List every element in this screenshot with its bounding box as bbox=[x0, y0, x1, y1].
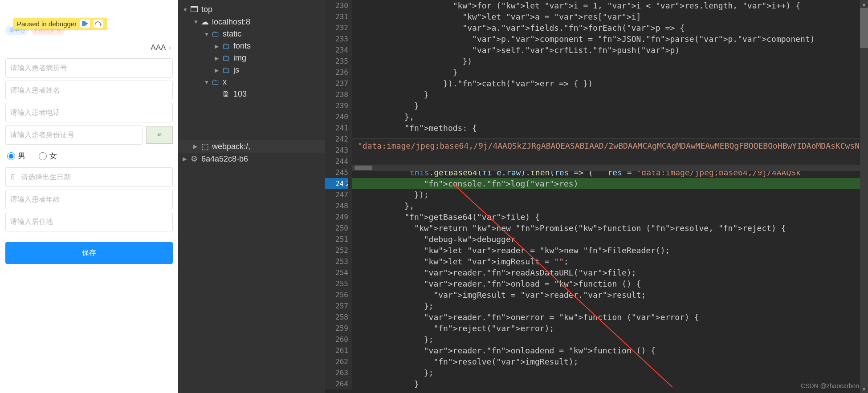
birthdate-input[interactable] bbox=[5, 167, 173, 187]
patient-phone-input[interactable] bbox=[5, 103, 173, 122]
patient-address-input[interactable] bbox=[5, 212, 173, 231]
patient-id-input[interactable] bbox=[5, 125, 143, 145]
tree-x[interactable]: ▼🗀x bbox=[178, 76, 325, 88]
vertical-scrollbar[interactable]: ▲ ▼ bbox=[860, 0, 868, 393]
tooltip-text: "data:image/jpeg;base64,/9j/4AAQSkZJRgAB… bbox=[358, 141, 868, 150]
tree-localhost[interactable]: ▼☁localhost:8 bbox=[178, 16, 325, 28]
calendar-icon: 🗓 bbox=[10, 173, 17, 181]
tree-file-103[interactable]: 🗎103 bbox=[178, 88, 325, 100]
tree-hash[interactable]: ▶⚙6a4a52c8-b6 bbox=[178, 153, 325, 165]
radio-male[interactable]: 男 bbox=[7, 151, 25, 161]
radio-female[interactable]: 女 bbox=[39, 151, 57, 161]
tree-img[interactable]: ▶🗀img bbox=[178, 52, 325, 64]
app-form-panel: 单中心 回顾性研究 AAA › 🪪 男 女 🗓 保存 bbox=[0, 0, 178, 393]
devtools-panel: ▼🗔top ▼☁localhost:8 ▼🗀static ▶🗀fonts ▶🗀i… bbox=[178, 0, 868, 393]
resume-icon[interactable] bbox=[80, 20, 90, 28]
tree-js[interactable]: ▶🗀js bbox=[178, 64, 325, 76]
line-gutter: 2302312322332342352362372382392402412422… bbox=[325, 0, 352, 389]
paused-in-debugger-badge: Paused in debugger bbox=[13, 18, 107, 29]
tree-webpack[interactable]: ▶⬚webpack:/, bbox=[178, 140, 325, 153]
tree-fonts[interactable]: ▶🗀fonts bbox=[178, 40, 325, 52]
tooltip-scroll-thumb[interactable] bbox=[355, 166, 372, 170]
header-title: AAA bbox=[151, 43, 166, 52]
code-editor[interactable]: 2302312322332342352362372382392402412422… bbox=[325, 0, 868, 393]
tree-top[interactable]: ▼🗔top bbox=[178, 4, 325, 16]
scroll-down-icon[interactable]: ▼ bbox=[860, 385, 868, 393]
tree-static[interactable]: ▼🗀static bbox=[178, 28, 325, 40]
debugger-label: Paused in debugger bbox=[17, 20, 77, 28]
step-over-icon[interactable] bbox=[94, 20, 103, 28]
sources-tree: ▼🗔top ▼☁localhost:8 ▼🗀static ▶🗀fonts ▶🗀i… bbox=[178, 0, 325, 393]
patient-record-input[interactable] bbox=[5, 58, 173, 78]
scroll-thumb[interactable] bbox=[860, 8, 868, 48]
code-content: "kw">for ("kw">let "var">i = 1, "var">i … bbox=[352, 0, 868, 389]
scroll-up-icon[interactable]: ▲ bbox=[860, 0, 868, 8]
id-card-thumbnail[interactable]: 🪪 bbox=[146, 126, 173, 144]
value-tooltip: "data:image/jpeg;base64,/9j/4AAQSkZJRgAB… bbox=[352, 138, 868, 167]
tooltip-scrollbar[interactable] bbox=[352, 165, 868, 171]
patient-age-input[interactable] bbox=[5, 190, 173, 209]
patient-name-input[interactable] bbox=[5, 81, 173, 100]
gender-radio-group: 男 女 bbox=[5, 147, 173, 165]
svg-point-0 bbox=[100, 24, 102, 26]
save-button[interactable]: 保存 bbox=[5, 242, 173, 264]
header-row[interactable]: AAA › bbox=[5, 40, 173, 56]
watermark: CSDN @zhaocarbon bbox=[801, 382, 859, 389]
chevron-right-icon: › bbox=[168, 43, 171, 52]
